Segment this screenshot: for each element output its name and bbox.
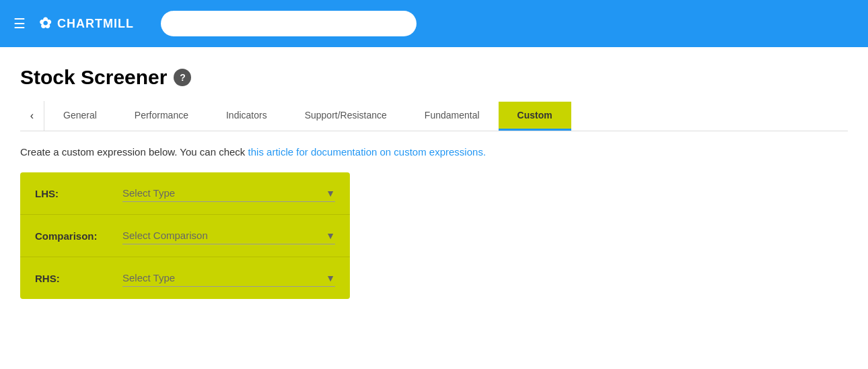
rhs-select-wrapper: Select Type ▼ [122,269,335,287]
description-text: Create a custom expression below. You ca… [20,146,848,158]
lhs-row: LHS: Select Type ▼ [20,172,350,215]
lhs-select[interactable]: Select Type [122,184,335,202]
tab-performance[interactable]: Performance [116,102,207,131]
description-prefix: Create a custom expression below. You ca… [20,146,248,158]
rhs-select[interactable]: Select Type [122,269,335,287]
logo-icon: ✿ [39,15,52,32]
page-title: Stock Screener [20,66,167,89]
comparison-row: Comparison: Select Comparison ▼ [20,215,350,257]
tab-fundamental[interactable]: Fundamental [406,102,499,131]
description-link[interactable]: this article for documentation on custom… [248,146,486,158]
tab-scroll-left-button[interactable]: ‹ [20,101,44,131]
comparison-label: Comparison: [35,230,122,242]
app-header: ☰ ✿ CHARTMILL [0,0,868,47]
comparison-select-wrapper: Select Comparison ▼ [122,227,335,244]
search-input[interactable] [161,11,417,36]
rhs-row: RHS: Select Type ▼ [20,257,350,299]
tabs-container: ‹ General Performance Indicators Support… [20,101,848,131]
tab-custom[interactable]: Custom [499,102,571,131]
hamburger-menu-icon[interactable]: ☰ [13,15,26,32]
lhs-select-wrapper: Select Type ▼ [122,184,335,202]
lhs-label: LHS: [35,188,122,199]
rhs-label: RHS: [35,273,122,284]
help-icon[interactable]: ? [174,69,191,86]
logo: ✿ CHARTMILL [39,15,134,32]
main-content: Stock Screener ? ‹ General Performance I… [0,47,868,299]
page-title-row: Stock Screener ? [20,66,848,89]
tab-general[interactable]: General [44,102,116,131]
tab-support-resistance[interactable]: Support/Resistance [286,102,406,131]
tab-indicators[interactable]: Indicators [207,102,286,131]
comparison-select[interactable]: Select Comparison [122,227,335,244]
expression-form: LHS: Select Type ▼ Comparison: Select Co… [20,172,350,299]
logo-text: CHARTMILL [57,17,134,31]
